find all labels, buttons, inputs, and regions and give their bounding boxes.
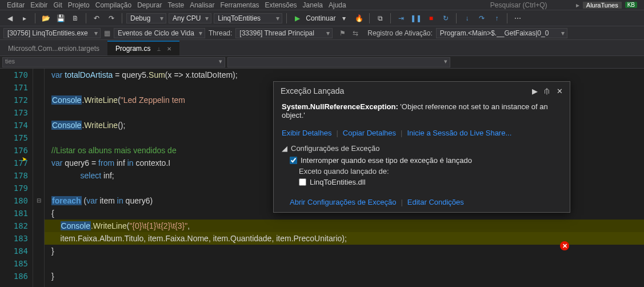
link-show-details[interactable]: Exibir Detalhes: [282, 129, 331, 137]
process-dropdown[interactable]: [30756] LinqToEntities.exe: [3, 28, 101, 38]
scope-dropdown-mid[interactable]: [227, 57, 450, 67]
continue-dropdown-icon[interactable]: ▾: [338, 12, 350, 25]
browser-icon[interactable]: ⧉: [374, 12, 386, 25]
pin-icon[interactable]: ⟂: [157, 46, 161, 52]
menu-editar[interactable]: Editar: [7, 1, 25, 9]
menu-ajuda[interactable]: Ajuda: [329, 1, 346, 9]
thread-dropdown[interactable]: [33396] Thread Principal: [235, 28, 333, 38]
close-icon[interactable]: ✕: [167, 46, 171, 52]
except-from-label: Exceto quando lançado de:: [299, 166, 562, 177]
menubar: Editar Exibir Git Projeto Compilação Dep…: [0, 0, 644, 10]
menu-analisar[interactable]: Analisar: [190, 1, 214, 9]
menu-janela[interactable]: Janela: [303, 1, 323, 9]
exception-settings-header[interactable]: ◢ Configurações de Exceção: [282, 144, 562, 153]
lifecycle-icon[interactable]: ▦: [104, 29, 110, 37]
nav-fwd-icon[interactable]: ▸: [18, 12, 31, 25]
fold-gutter: ⊟: [33, 69, 45, 287]
nav-back-icon[interactable]: ◀: [3, 12, 16, 25]
exec-arrow-icon: ➤: [22, 156, 27, 163]
link-open-settings[interactable]: Abrir Configurações de Exceção: [290, 198, 396, 206]
error-badge-icon[interactable]: ✕: [560, 241, 569, 250]
exception-title: Exceção Lançada: [281, 86, 344, 95]
main-toolbar: ◀ ▸ 📂 💾 🗎 ↶ ↷ Debug Any CPU LinqToEntiti…: [0, 10, 644, 26]
popup-pin-icon[interactable]: ⫛: [543, 87, 551, 95]
app-label: AluraTunes: [583, 2, 622, 9]
link-copy-details[interactable]: Copiar Detalhes: [343, 129, 396, 137]
menu-compilacao[interactable]: Compilação: [95, 1, 131, 9]
scope-dropdown-left[interactable]: ties: [2, 57, 225, 67]
menu-exibir[interactable]: Exibir: [30, 1, 47, 9]
stackframe-dropdown[interactable]: Program.<Main>$.__GetFaixas|0_0: [436, 28, 567, 38]
open-icon[interactable]: 📂: [39, 12, 52, 25]
menu-teste[interactable]: Teste: [167, 1, 184, 9]
thread-label: Thread:: [209, 29, 232, 37]
flag-icon[interactable]: ⚑: [339, 29, 346, 37]
popup-play-icon[interactable]: ▶: [532, 87, 538, 95]
chk-break-on-throw[interactable]: Interromper quando esse tipo de exceção …: [290, 155, 562, 166]
config-dropdown[interactable]: Debug: [126, 13, 166, 23]
line-number-gutter: 170 171 172 173 174 175 176 177 178 179 …: [0, 69, 33, 287]
menu-extensoes[interactable]: Extensões: [265, 1, 297, 9]
link-edit-conditions[interactable]: Editar Condições: [407, 198, 464, 206]
lifecycle-dropdown[interactable]: Eventos de Ciclo de Vida: [114, 28, 205, 38]
tab-program-cs[interactable]: Program.cs ⟂ ✕: [107, 41, 179, 55]
tab-bar: Microsoft.Com...ersion.targets Program.c…: [0, 40, 644, 56]
stack-label: Registro de Ativação:: [367, 29, 432, 37]
debug-toolbar: [30756] LinqToEntities.exe ▦ Eventos de …: [0, 26, 644, 40]
undo-icon[interactable]: ↶: [90, 12, 103, 25]
pause-icon[interactable]: ❚❚: [410, 12, 422, 25]
menu-ferramentas[interactable]: Ferramentas: [221, 1, 259, 9]
popup-close-icon[interactable]: ✕: [557, 87, 563, 95]
save-all-icon[interactable]: 🗎: [69, 12, 82, 25]
chk-dll[interactable]: LinqToEntities.dll: [299, 177, 562, 188]
platform-dropdown[interactable]: Any CPU: [169, 13, 211, 23]
link-liveshare[interactable]: Inicie a Sessão do Live Share...: [407, 129, 511, 137]
nav-icon[interactable]: ⇆: [353, 29, 358, 37]
menu-depurar[interactable]: Depurar: [137, 1, 162, 9]
menu-git[interactable]: Git: [53, 1, 62, 9]
tab-targets[interactable]: Microsoft.Com...ersion.targets: [0, 42, 107, 55]
search-input[interactable]: Pesquisar (Ctrl+Q): [487, 1, 573, 9]
play-icon[interactable]: ▶: [291, 12, 303, 25]
stop-icon[interactable]: ■: [425, 12, 437, 25]
save-icon[interactable]: 💾: [54, 12, 67, 25]
step-over-icon[interactable]: ↷: [475, 12, 488, 25]
chevron-down-icon: ◢: [282, 144, 287, 153]
exception-popup: Exceção Lançada ▶ ⫛ ✕ System.NullReferen…: [273, 81, 570, 213]
extra-icon-1[interactable]: ⋯: [511, 12, 524, 25]
search-icon[interactable]: ▸: [576, 1, 579, 9]
restart-icon[interactable]: ↻: [439, 12, 452, 25]
exception-message: System.NullReferenceException: 'Object r…: [274, 100, 570, 125]
continue-button[interactable]: Continuar: [306, 14, 335, 22]
badge-icon: KB: [625, 2, 637, 8]
step-icon-1[interactable]: ⇥: [395, 12, 407, 25]
filter-bar: ties: [0, 56, 644, 69]
step-out-icon[interactable]: ↑: [490, 12, 503, 25]
redo-icon[interactable]: ↷: [105, 12, 118, 25]
menu-projeto[interactable]: Projeto: [68, 1, 90, 9]
hot-reload-icon[interactable]: 🔥: [353, 12, 365, 25]
startup-project-dropdown[interactable]: LinqToEntities: [214, 13, 282, 23]
step-into-icon[interactable]: ↓: [461, 12, 473, 25]
